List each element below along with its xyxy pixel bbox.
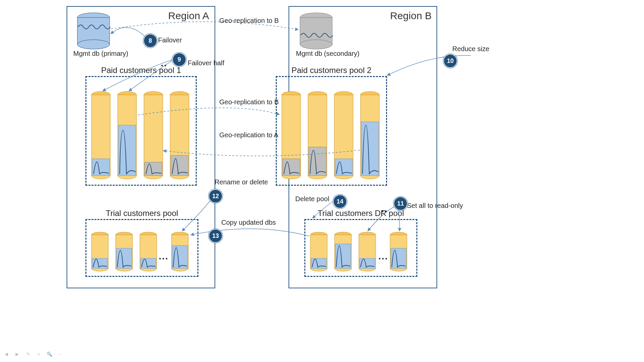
zoom-icon[interactable]: 🔍 bbox=[45, 350, 54, 359]
step-13: 13 bbox=[209, 229, 223, 243]
label-geo-a: Geo-replication to A bbox=[219, 131, 278, 139]
ellipsis-trialA: ... bbox=[159, 251, 168, 262]
pen-icon[interactable]: ✎ bbox=[24, 350, 32, 359]
step-8: 8 bbox=[143, 34, 157, 48]
ellipsis-trialB-top: .. bbox=[381, 204, 388, 214]
label-rename-delete: Rename or delete bbox=[215, 178, 268, 186]
label-geo-b-mid: Geo-replication to B bbox=[219, 98, 279, 106]
ellipsis-paid1: .. bbox=[161, 58, 167, 69]
paid-pool-2-title: Paid customers pool 2 bbox=[277, 66, 386, 75]
mgmt-db-secondary-caption: Mgmt db (secondary) bbox=[296, 50, 359, 58]
step-12: 12 bbox=[209, 189, 223, 203]
diagram-stage: Region A Region B Paid customers pool 1 … bbox=[0, 0, 644, 362]
paid-pool-1: Paid customers pool 1 bbox=[85, 76, 197, 186]
ellipsis-trialB: ... bbox=[378, 251, 388, 262]
label-reduce-size: Reduce size bbox=[452, 45, 489, 53]
step-10: 10 bbox=[443, 54, 457, 68]
region-a-title: Region A bbox=[168, 10, 209, 22]
paid-pool-2: Paid customers pool 2 bbox=[276, 76, 387, 186]
trial-pool-a: Trial customers pool bbox=[85, 219, 198, 277]
label-failover: Failover bbox=[158, 36, 182, 44]
step-11: 11 bbox=[393, 196, 408, 211]
label-failover-half: Failover half bbox=[188, 59, 224, 67]
trial-pool-a-title: Trial customers pool bbox=[86, 209, 197, 218]
label-geo-b-top: Geo-replication to B bbox=[219, 17, 279, 25]
paid-pool-1-title: Paid customers pool 1 bbox=[86, 66, 196, 75]
label-set-readonly: Set all to read-only bbox=[407, 202, 463, 210]
label-delete-pool: Delete pool bbox=[295, 195, 329, 203]
prev-icon[interactable]: ◀ bbox=[2, 350, 11, 359]
step-14: 14 bbox=[333, 194, 347, 209]
step-9: 9 bbox=[172, 52, 186, 67]
label-copy-updated: Copy updated dbs bbox=[221, 219, 276, 226]
viewer-toolbar: ◀ ▶ ✎ ⌗ 🔍 ⋯ bbox=[2, 350, 65, 359]
region-b-title: Region B bbox=[390, 10, 431, 22]
mgmt-db-primary-caption: Mgmt db (primary) bbox=[73, 50, 128, 58]
more-icon[interactable]: ⋯ bbox=[56, 350, 65, 359]
trial-pool-b: Trial customers DR pool bbox=[304, 219, 417, 277]
grid-icon[interactable]: ⌗ bbox=[34, 350, 43, 359]
next-icon[interactable]: ▶ bbox=[13, 350, 22, 359]
